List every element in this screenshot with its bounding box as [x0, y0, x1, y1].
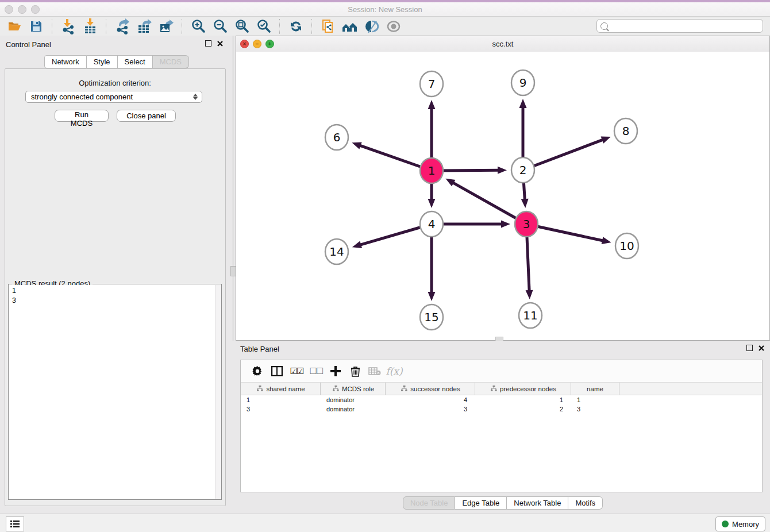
- table-cell[interactable]: 1: [475, 396, 571, 403]
- table-cell[interactable]: 1: [241, 396, 321, 403]
- window-title: Session: New Session: [0, 5, 770, 14]
- graph-edge-arrow: [428, 292, 436, 301]
- open-session-icon[interactable]: [3, 18, 25, 35]
- refresh-icon[interactable]: [285, 18, 307, 35]
- table-rows: 1dominator4113dominator323: [241, 395, 762, 414]
- titlebar: Session: New Session: [0, 2, 770, 17]
- graph-edge-arrow: [601, 137, 611, 144]
- graph-edge-arrow: [501, 221, 510, 228]
- column-header-successor-nodes[interactable]: successor nodes: [386, 383, 475, 395]
- column-header-name[interactable]: name: [571, 383, 619, 395]
- memory-status-icon: [722, 521, 729, 527]
- table-cell[interactable]: dominator: [321, 396, 386, 403]
- graph-node-label: 4: [428, 217, 436, 231]
- column-view-icon[interactable]: [267, 362, 287, 380]
- column-header-label: name: [587, 385, 603, 392]
- float-table-panel-icon[interactable]: [746, 345, 753, 351]
- table-header-row: shared nameMCDS rolesuccessor nodesprede…: [241, 383, 762, 395]
- column-header-MCDS-role[interactable]: MCDS role: [321, 383, 386, 395]
- export-image-icon[interactable]: [155, 18, 177, 35]
- network-canvas[interactable]: 7968124314101511: [236, 52, 769, 340]
- select-chevrons-icon: [193, 94, 198, 100]
- first-neighbors-icon[interactable]: [339, 18, 361, 35]
- table-cell[interactable]: 3: [241, 406, 321, 413]
- table-toolbar: ☑☑ ☐☐ f(x): [241, 360, 762, 383]
- close-panel-icon[interactable]: [217, 41, 223, 47]
- table-panel-title: Table Panel: [240, 345, 279, 353]
- save-session-icon[interactable]: [25, 18, 47, 35]
- graph-node-label: 7: [428, 77, 436, 91]
- graph-node-label: 10: [619, 239, 634, 253]
- network-view-window: × − + scc.txt 7968124314101511: [236, 36, 770, 341]
- main-toolbar: [0, 17, 770, 36]
- control-panel-tabs: NetworkStyleSelectMCDS: [44, 55, 189, 68]
- graph-edge-3-1[interactable]: [452, 182, 526, 224]
- task-history-button[interactable]: [6, 516, 24, 531]
- column-header-predecessor-nodes[interactable]: predecessor nodes: [475, 383, 571, 395]
- table-panel-tabs: Node TableEdge TableNetwork TableMotifs: [236, 496, 770, 510]
- import-network-icon[interactable]: [57, 18, 79, 35]
- export-network-icon[interactable]: [111, 18, 133, 35]
- float-panel-icon[interactable]: [205, 40, 211, 47]
- table-row[interactable]: 3dominator323: [241, 404, 762, 414]
- show-style-icon[interactable]: [361, 18, 383, 35]
- column-type-icon: [333, 385, 339, 392]
- clone-network-icon[interactable]: [317, 18, 339, 35]
- table-cell[interactable]: 1: [571, 396, 619, 403]
- gear-icon[interactable]: [248, 362, 267, 380]
- search-input[interactable]: [608, 20, 763, 32]
- column-header-label: MCDS role: [342, 385, 374, 392]
- column-header-shared-name[interactable]: shared name: [241, 383, 321, 395]
- table-cell[interactable]: 4: [386, 396, 475, 403]
- add-column-icon[interactable]: [326, 362, 345, 380]
- network-window-titlebar[interactable]: × − + scc.txt: [236, 36, 769, 52]
- graph-edge-2-8[interactable]: [523, 140, 604, 170]
- table-cell[interactable]: 3: [571, 406, 619, 413]
- network-window-title: scc.txt: [236, 40, 769, 48]
- graph-node-label: 15: [424, 310, 438, 324]
- tab-network-table[interactable]: Network Table: [507, 496, 568, 510]
- export-table-icon[interactable]: [133, 18, 155, 35]
- tab-node-table[interactable]: Node Table: [403, 496, 456, 510]
- graph-edge-arrow: [428, 100, 436, 109]
- control-panel: Control Panel NetworkStyleSelectMCDS Opt…: [0, 36, 230, 514]
- column-type-icon: [401, 385, 407, 392]
- zoom-out-icon[interactable]: [209, 18, 231, 35]
- import-table-icon[interactable]: [79, 18, 101, 35]
- table-cell[interactable]: 2: [475, 406, 571, 413]
- search-field[interactable]: [596, 19, 763, 33]
- delete-icon[interactable]: [345, 362, 365, 380]
- column-type-icon: [257, 385, 263, 392]
- graph-edge-arrow: [428, 199, 436, 208]
- select-all-icon[interactable]: ☑☑: [287, 362, 306, 380]
- deselect-all-icon[interactable]: ☐☐: [306, 362, 326, 380]
- zoom-fit-icon[interactable]: [231, 18, 253, 35]
- tab-mcds[interactable]: MCDS: [153, 55, 189, 68]
- graph-node-label: 14: [329, 245, 344, 259]
- table-row[interactable]: 1dominator411: [241, 395, 762, 404]
- zoom-selected-icon[interactable]: [253, 18, 275, 35]
- optimization-criterion-value: strongly connected component: [31, 92, 133, 101]
- tab-network[interactable]: Network: [44, 55, 87, 68]
- memory-button[interactable]: Memory: [715, 516, 765, 531]
- graph-edge-arrow: [521, 199, 529, 208]
- column-header-label: predecessor nodes: [500, 385, 556, 392]
- table-cell[interactable]: dominator: [321, 406, 386, 413]
- table-cell[interactable]: 3: [386, 406, 475, 413]
- mcds-result-scrollbar[interactable]: [215, 285, 221, 499]
- tab-motifs[interactable]: Motifs: [568, 496, 603, 510]
- mcds-result-text[interactable]: 1 3: [9, 285, 215, 499]
- run-mcds-button[interactable]: Run MCDS: [55, 110, 109, 122]
- tab-select[interactable]: Select: [118, 55, 153, 68]
- zoom-in-icon[interactable]: [187, 18, 209, 35]
- tab-style[interactable]: Style: [87, 55, 118, 68]
- optimization-criterion-select[interactable]: strongly connected component: [25, 91, 202, 103]
- graph-edge-arrow: [602, 237, 611, 244]
- close-panel-button[interactable]: Close panel: [117, 110, 176, 122]
- close-table-panel-icon[interactable]: [759, 345, 764, 351]
- hide-style-icon[interactable]: [383, 18, 405, 35]
- graph-node-label: 8: [622, 124, 630, 138]
- status-bar: Memory: [0, 514, 770, 532]
- tab-edge-table[interactable]: Edge Table: [455, 496, 507, 510]
- graph-node-label: 6: [333, 130, 341, 144]
